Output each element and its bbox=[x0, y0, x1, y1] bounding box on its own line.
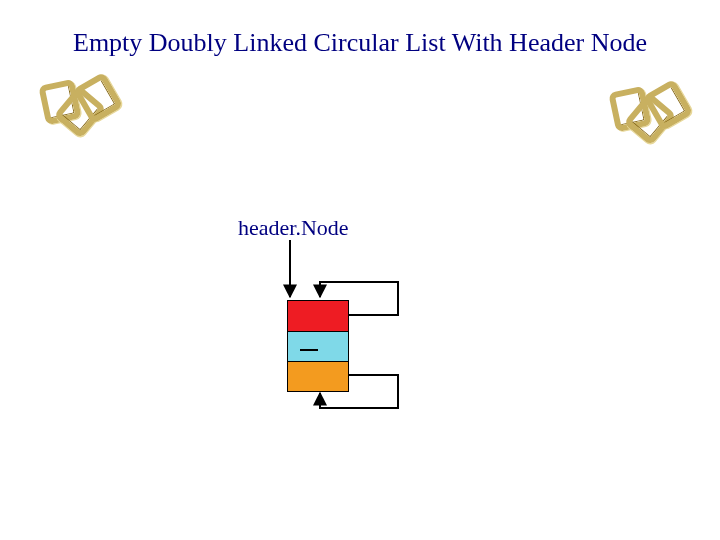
slide-title: Empty Doubly Linked Circular List With H… bbox=[0, 28, 720, 58]
node-next-field bbox=[288, 361, 348, 391]
header-node-label: header.Node bbox=[238, 215, 349, 241]
node-prev-field bbox=[288, 301, 348, 331]
chain-links-icon bbox=[40, 78, 110, 133]
node-data-field bbox=[288, 331, 348, 361]
chain-links-icon bbox=[610, 85, 680, 140]
header-node bbox=[287, 300, 349, 392]
